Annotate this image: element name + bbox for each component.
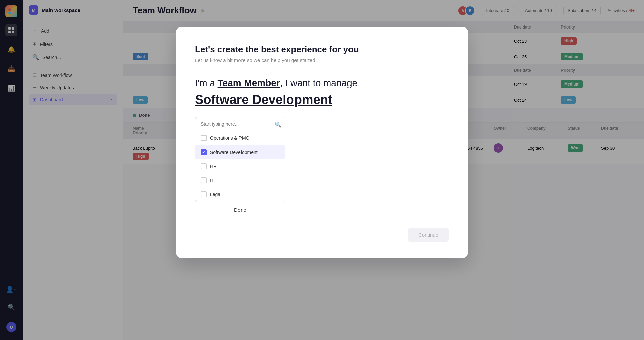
modal-bottom-row: Continue: [195, 228, 449, 242]
dropdown-label-software-dev: Software Development: [210, 150, 258, 155]
category-dropdown: 🔍 Operations & PMO Software Development …: [195, 117, 285, 217]
modal-statement: I'm a Team Member, I want to manage: [195, 76, 449, 90]
modal-overlay: Let's create the best experience for you…: [0, 0, 644, 340]
dropdown-item-it[interactable]: IT: [195, 173, 285, 187]
checkbox-operations-pmo[interactable]: [201, 135, 207, 141]
role-link[interactable]: Team Member: [218, 78, 280, 88]
modal-title: Let's create the best experience for you: [195, 44, 449, 55]
selected-category: Software Development: [195, 92, 449, 108]
modal-subtitle: Let us know a bit more so we can help yo…: [195, 57, 449, 63]
dropdown-label-legal: Legal: [210, 192, 221, 197]
onboarding-modal: Let's create the best experience for you…: [176, 27, 468, 258]
dropdown-done-button[interactable]: Done: [195, 202, 285, 217]
checkbox-it[interactable]: [201, 177, 207, 183]
dropdown-item-legal[interactable]: Legal: [195, 187, 285, 202]
search-dropdown-icon: 🔍: [275, 121, 281, 128]
dropdown-label-operations-pmo: Operations & PMO: [210, 135, 250, 141]
checkbox-software-dev[interactable]: [201, 149, 207, 155]
statement-suffix: , I want to manage: [280, 78, 357, 88]
statement-prefix: I'm a: [195, 78, 218, 88]
category-search-input[interactable]: [195, 117, 285, 131]
dropdown-item-software-dev[interactable]: Software Development: [195, 145, 285, 159]
dropdown-item-hr[interactable]: HR: [195, 159, 285, 173]
dropdown-label-it: IT: [210, 178, 214, 183]
dropdown-item-operations-pmo[interactable]: Operations & PMO: [195, 131, 285, 145]
category-dropdown-list: Operations & PMO Software Development HR…: [195, 131, 285, 202]
dropdown-label-hr: HR: [210, 164, 217, 169]
continue-button[interactable]: Continue: [408, 228, 449, 242]
checkbox-legal[interactable]: [201, 191, 207, 197]
checkbox-hr[interactable]: [201, 163, 207, 169]
